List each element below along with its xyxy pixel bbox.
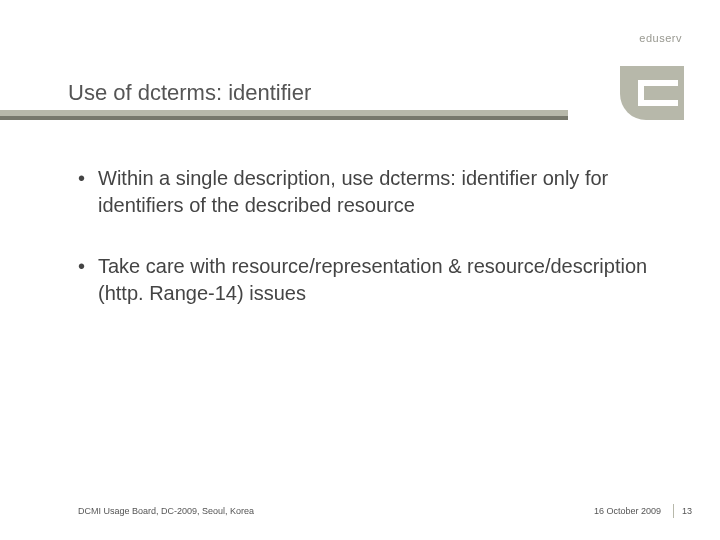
page-number: 13 — [682, 506, 692, 516]
header-bar-dark-icon — [0, 116, 568, 120]
footer-left: DCMI Usage Board, DC-2009, Seoul, Korea — [78, 506, 594, 516]
content-area: • Within a single description, use dcter… — [78, 165, 660, 341]
list-item: • Within a single description, use dcter… — [78, 165, 660, 219]
brand-label: eduserv — [639, 32, 682, 44]
bullet-icon: • — [78, 165, 98, 219]
bullet-text: Take care with resource/representation &… — [98, 253, 660, 307]
brand-logo-icon — [620, 66, 684, 120]
slide-title: Use of dcterms: identifier — [68, 80, 311, 106]
footer-separator-icon — [673, 504, 674, 518]
list-item: • Take care with resource/representation… — [78, 253, 660, 307]
bullet-icon: • — [78, 253, 98, 307]
footer: DCMI Usage Board, DC-2009, Seoul, Korea … — [78, 504, 692, 518]
slide: eduserv Use of dcterms: identifier • Wit… — [0, 0, 720, 540]
bullet-text: Within a single description, use dcterms… — [98, 165, 660, 219]
footer-date: 16 October 2009 — [594, 506, 671, 516]
